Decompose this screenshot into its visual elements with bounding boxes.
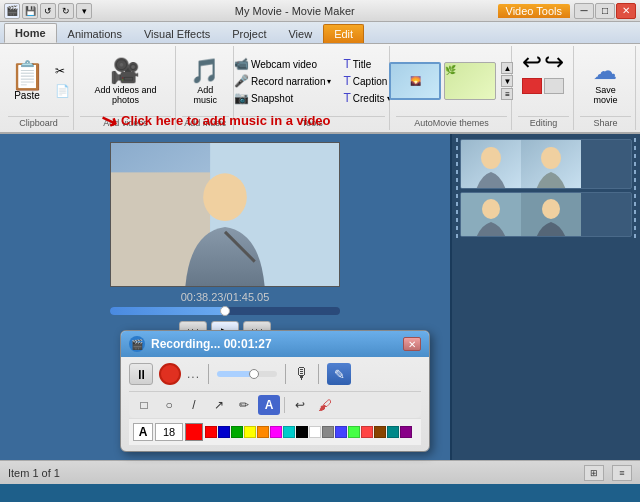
- caption-button[interactable]: T Caption: [340, 73, 393, 89]
- webcam-video-button[interactable]: 📹 Webcam video: [231, 56, 334, 72]
- add-videos-button[interactable]: 🎥 Add videos and photos: [80, 54, 171, 108]
- microphone-button[interactable]: 🎙: [294, 365, 310, 383]
- color-yellow[interactable]: [244, 426, 256, 438]
- status-btn-1[interactable]: ⊞: [584, 465, 604, 481]
- draw-freehand-button[interactable]: ✏: [233, 395, 255, 415]
- title-bar: 🎬 💾 ↺ ↻ ▾ My Movie - Movie Maker Video T…: [0, 0, 640, 22]
- themes-label: AutoMovie themes: [396, 116, 507, 128]
- delete-button[interactable]: [522, 78, 542, 94]
- tools-left-col: 📹 Webcam video 🎤 Record narration ▾ 📷 Sn…: [231, 56, 334, 106]
- status-btn-2[interactable]: ≡: [612, 465, 632, 481]
- snapshot-icon: 📷: [234, 91, 249, 105]
- annotation-text: Click here to add music in a video: [121, 113, 331, 128]
- draw-ellipse-button[interactable]: ○: [158, 395, 180, 415]
- color-white[interactable]: [309, 426, 321, 438]
- dialog-separator-3: [318, 364, 319, 384]
- snapshot-button[interactable]: 📷 Snapshot: [231, 90, 334, 106]
- theme-thumb-2[interactable]: 🌿: [444, 62, 496, 100]
- progress-bar[interactable]: [110, 307, 340, 315]
- color-orange[interactable]: [257, 426, 269, 438]
- draw-line-button[interactable]: /: [183, 395, 205, 415]
- timecode: 00:38.23/01:45.05: [181, 291, 270, 303]
- rotate-left-icon[interactable]: ↩: [522, 48, 542, 76]
- volume-slider[interactable]: [217, 371, 277, 377]
- pen-icon: ✎: [334, 367, 345, 382]
- undo-draw-button[interactable]: ↩: [289, 395, 311, 415]
- video-tools-badge: Video Tools: [498, 4, 570, 18]
- tab-edit[interactable]: Edit: [323, 24, 364, 43]
- current-color-swatch[interactable]: [185, 423, 203, 441]
- add-music-button[interactable]: 🎵 Add music: [182, 54, 229, 108]
- color-magenta[interactable]: [270, 426, 282, 438]
- qa-undo-btn[interactable]: ↺: [40, 3, 56, 19]
- draw-arrow-button[interactable]: ↗: [208, 395, 230, 415]
- color-brown[interactable]: [374, 426, 386, 438]
- dialog-controls-row1: ⏸ ... 🎙 ✎: [129, 363, 421, 385]
- title-button[interactable]: T Title: [340, 56, 393, 72]
- maximize-button[interactable]: □: [595, 3, 615, 19]
- color-teal[interactable]: [387, 426, 399, 438]
- annotation: ↙ Click here to add music in a video: [100, 108, 331, 132]
- credits-button[interactable]: T Credits ▾: [340, 90, 393, 106]
- themes-scroll-down[interactable]: ▼: [501, 75, 513, 87]
- copy-icon: 📄: [55, 84, 70, 98]
- timeline-thumb-2: [521, 140, 581, 188]
- close-button[interactable]: ✕: [616, 3, 636, 19]
- cut-button[interactable]: ✂: [52, 63, 73, 79]
- qa-save-btn[interactable]: 💾: [22, 3, 38, 19]
- person-svg: [111, 142, 339, 287]
- annotation-arrow-icon: ↙: [96, 106, 120, 134]
- save-movie-button[interactable]: ☁ Save movie: [580, 54, 631, 108]
- edit-button[interactable]: [544, 78, 564, 94]
- themes-scroll-up[interactable]: ▲: [501, 62, 513, 74]
- color-green[interactable]: [231, 426, 243, 438]
- add-videos-icon: 🎥: [110, 57, 140, 85]
- svg-point-8: [541, 147, 561, 169]
- draw-text-button[interactable]: A: [258, 395, 280, 415]
- color-lightred[interactable]: [361, 426, 373, 438]
- color-lightblue[interactable]: [335, 426, 347, 438]
- stop-record-button[interactable]: [159, 363, 181, 385]
- theme-thumb-selected[interactable]: 🌄: [389, 62, 441, 100]
- line-icon: /: [192, 398, 195, 412]
- dialog-close-button[interactable]: ✕: [403, 337, 421, 351]
- timeline-tracks: [460, 139, 632, 237]
- thumb-svg-4: [521, 193, 581, 237]
- color-cyan[interactable]: [283, 426, 295, 438]
- pause-button[interactable]: ⏸: [129, 363, 153, 385]
- color-red[interactable]: [205, 426, 217, 438]
- color-lightgreen[interactable]: [348, 426, 360, 438]
- draw-rect-button[interactable]: □: [133, 395, 155, 415]
- color-pick-button[interactable]: 🖌: [314, 395, 336, 415]
- paste-button[interactable]: 📋 Paste: [5, 59, 50, 104]
- timeline-track-1[interactable]: [460, 139, 632, 189]
- tab-home[interactable]: Home: [4, 23, 57, 43]
- pen-tool-button[interactable]: ✎: [327, 363, 351, 385]
- record-narration-button[interactable]: 🎤 Record narration ▾: [231, 73, 334, 89]
- rotate-right-icon[interactable]: ↪: [544, 48, 564, 76]
- font-size-input[interactable]: [155, 423, 183, 441]
- editing-bottom-row: [522, 78, 564, 94]
- tab-view[interactable]: View: [277, 24, 323, 43]
- qa-more-btn[interactable]: ▾: [76, 3, 92, 19]
- tab-project[interactable]: Project: [221, 24, 277, 43]
- tab-animations[interactable]: Animations: [57, 24, 133, 43]
- color-blue[interactable]: [218, 426, 230, 438]
- color-black[interactable]: [296, 426, 308, 438]
- color-gray[interactable]: [322, 426, 334, 438]
- minimize-button[interactable]: ─: [574, 3, 594, 19]
- copy-button[interactable]: 📄: [52, 83, 73, 99]
- dialog-title: Recording... 00:01:27: [151, 337, 397, 351]
- timeline-track-2[interactable]: [460, 192, 632, 237]
- microphone-icon: 🎤: [234, 74, 249, 88]
- font-bar: A: [129, 418, 421, 445]
- volume-handle[interactable]: [249, 369, 259, 379]
- svg-point-3: [203, 173, 247, 221]
- themes-scroll-more[interactable]: ≡: [501, 88, 513, 100]
- font-letter-btn[interactable]: A: [133, 423, 153, 441]
- item-info: Item 1 of 1: [8, 467, 60, 479]
- tab-visual-effects[interactable]: Visual Effects: [133, 24, 221, 43]
- qa-redo-btn[interactable]: ↻: [58, 3, 74, 19]
- progress-handle[interactable]: [220, 306, 230, 316]
- color-purple[interactable]: [400, 426, 412, 438]
